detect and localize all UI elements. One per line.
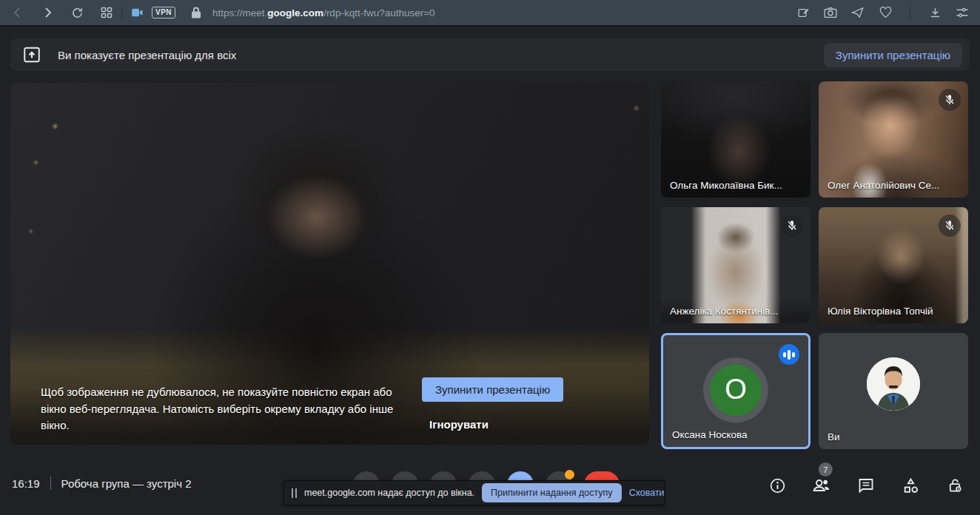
url-scheme: https://meet.: [212, 7, 267, 18]
url-path: /rdp-kqtt-fwu?authuser=0: [323, 7, 434, 18]
participants-button[interactable]: 7: [808, 472, 835, 499]
bookmark-heart-icon[interactable]: [876, 4, 894, 21]
ignore-button[interactable]: Ігнорувати: [429, 418, 489, 431]
speed-dial-icon[interactable]: [98, 4, 115, 21]
hide-share-bar-button[interactable]: Сховати: [629, 488, 665, 498]
mic-muted-icon: [939, 215, 961, 237]
lock-icon[interactable]: [187, 4, 205, 21]
address-bar[interactable]: https://meet.google.com/rdp-kqtt-fwu?aut…: [212, 7, 435, 18]
stop-presentation-button[interactable]: Зупинити презентацію: [422, 377, 563, 402]
participant-tile[interactable]: Анжеліка Костянтинів...: [661, 207, 810, 323]
share-bar-message: meet.google.com надає доступ до вікна.: [304, 488, 474, 498]
mic-muted-icon: [939, 89, 961, 111]
screen-share-bar: meet.google.com надає доступ до вікна. П…: [283, 480, 665, 505]
host-controls-button[interactable]: [942, 472, 968, 499]
back-icon[interactable]: [9, 4, 27, 21]
capture-icon[interactable]: [822, 4, 839, 21]
presenting-banner: Ви показуєте презентацію для всіх Зупини…: [10, 38, 970, 71]
presentation-video: Щоб зображення не дублювалося, не показу…: [10, 83, 649, 445]
stop-sharing-button[interactable]: Припинити надання доступу: [482, 483, 622, 502]
participant-name: Олег Анатолійович Се...: [828, 180, 939, 191]
chat-button[interactable]: [853, 472, 879, 499]
forward-icon[interactable]: [38, 4, 56, 21]
mic-muted-icon: [781, 215, 803, 237]
participant-name: Юлія Вікторівна Топчій: [828, 306, 933, 317]
participant-name: Ви: [828, 431, 840, 442]
participant-tile-self[interactable]: Ви: [819, 333, 968, 449]
participant-tile[interactable]: Ольга Миколаївна Бик...: [661, 81, 810, 198]
downloads-icon[interactable]: [926, 4, 944, 21]
participant-tile[interactable]: Олег Анатолійович Се...: [819, 81, 968, 198]
meeting-info: 16:19 Робоча група — зустріч 2: [12, 477, 192, 490]
footer-panel-buttons: 7: [764, 472, 968, 499]
reload-icon[interactable]: [68, 4, 86, 21]
participant-name: Ольга Миколаївна Бик...: [670, 180, 782, 191]
presentation-hint-text: Щоб зображення не дублювалося, не показу…: [41, 384, 415, 434]
notification-dot: [565, 470, 574, 479]
browser-toolbar: VPN https://meet.google.com/rdp-kqtt-fwu…: [0, 0, 980, 27]
participant-name: Анжеліка Костянтинів...: [670, 306, 779, 317]
vpn-badge[interactable]: VPN: [152, 7, 175, 18]
activities-button[interactable]: [897, 472, 924, 499]
share-send-icon[interactable]: [849, 4, 867, 21]
banner-stop-presenting-button[interactable]: Зупинити презентацію: [824, 43, 962, 67]
url-host: google.com: [267, 7, 323, 18]
tab-camera-icon: [128, 4, 146, 21]
speaking-indicator-icon: [779, 344, 799, 365]
meeting-details-button[interactable]: [764, 472, 791, 499]
present-screen-icon: [22, 45, 41, 64]
presenting-banner-message: Ви показуєте презентацію для всіх: [58, 49, 236, 61]
page-actions-icon[interactable]: [794, 4, 812, 21]
participant-name: Оксана Носкова: [672, 429, 748, 440]
participant-tile-active-speaker[interactable]: О Оксана Носкова: [661, 333, 810, 449]
participants-count-badge: 7: [819, 462, 833, 477]
participant-tile[interactable]: Юлія Вікторівна Топчій: [819, 207, 968, 323]
avatar: О: [710, 364, 762, 416]
clock-time: 16:19: [12, 477, 40, 490]
avatar-ring: О: [703, 357, 768, 423]
drag-handle-icon[interactable]: [292, 488, 297, 498]
avatar: [867, 357, 920, 411]
meet-window: VPN https://meet.google.com/rdp-kqtt-fwu…: [0, 0, 980, 515]
settings-sliders-icon[interactable]: [953, 4, 971, 21]
meeting-title: Робоча група — зустріч 2: [61, 477, 192, 490]
